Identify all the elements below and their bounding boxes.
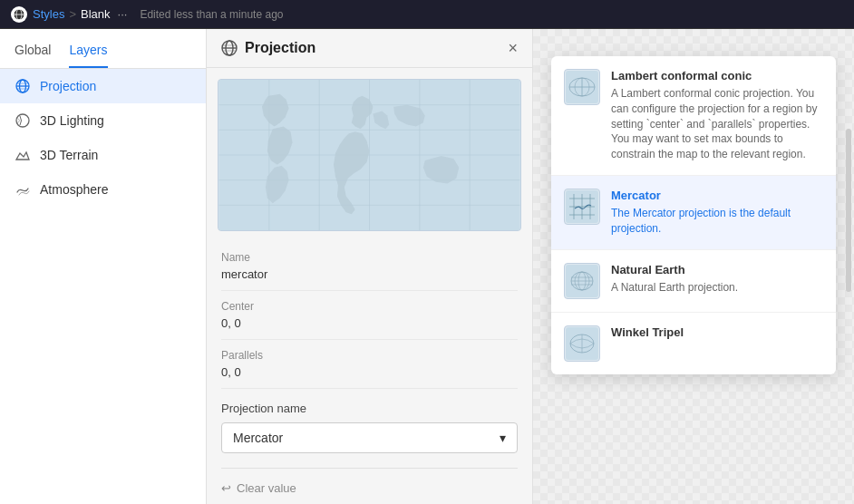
- topbar: Styles > Blank ··· Edited less than a mi…: [0, 0, 854, 29]
- panel-close-button[interactable]: ×: [508, 40, 518, 56]
- terrain-icon: [15, 147, 31, 163]
- projection-item-natural-earth[interactable]: Natural Earth A Natural Earth projection…: [551, 250, 836, 313]
- panel-title: Projection: [245, 40, 315, 56]
- projection-name-section: Projection name Mercator ▾: [207, 389, 532, 464]
- parallels-label: Parallels: [221, 349, 518, 362]
- lambert-title: Lambert conformal conic: [611, 69, 823, 82]
- dropdown-arrow-icon: ▾: [500, 431, 506, 445]
- selected-projection-value: Mercator: [233, 431, 283, 445]
- sidebar-nav: Projection 3D Lighting: [0, 69, 206, 504]
- sidebar-item-3d-lighting[interactable]: 3D Lighting: [0, 103, 206, 138]
- lambert-text: Lambert conformal conic A Lambert confor…: [611, 69, 823, 162]
- map-svg: [218, 80, 520, 230]
- undo-icon: ↩: [221, 481, 231, 495]
- svg-point-6: [16, 114, 29, 127]
- natural-earth-desc: A Natural Earth projection.: [611, 280, 823, 296]
- sidebar-item-projection[interactable]: Projection: [0, 69, 206, 103]
- sidebar-tabs: Global Layers: [0, 29, 206, 69]
- projection-item-lambert[interactable]: Lambert conformal conic A Lambert confor…: [551, 56, 836, 176]
- parallels-value: 0, 0: [221, 365, 518, 379]
- sidebar-item-label-3d-lighting: 3D Lighting: [40, 113, 104, 128]
- winkel-tripel-title: Winkel Tripel: [611, 325, 823, 339]
- natural-earth-text: Natural Earth A Natural Earth projection…: [611, 263, 823, 296]
- mercator-icon: [564, 189, 600, 225]
- center-value: 0, 0: [221, 316, 518, 330]
- tab-global[interactable]: Global: [15, 43, 51, 68]
- parallels-property: Parallels 0, 0: [221, 340, 518, 389]
- sidebar-item-label-projection: Projection: [40, 79, 96, 93]
- natural-earth-icon: [564, 263, 600, 299]
- name-value: mercator: [221, 267, 518, 281]
- right-panel: Lambert conformal conic A Lambert confor…: [533, 29, 854, 504]
- winkel-tripel-icon: [564, 325, 600, 362]
- panel-globe-icon: [221, 40, 238, 56]
- projection-dropdown-list: Lambert conformal conic A Lambert confor…: [551, 56, 836, 374]
- tab-layers[interactable]: Layers: [69, 43, 107, 68]
- mercator-desc: The Mercator projection is the default p…: [611, 206, 823, 237]
- sidebar-item-atmosphere[interactable]: Atmosphere: [0, 172, 206, 207]
- panel-content: Name mercator Center 0, 0 Parallels 0, 0…: [207, 68, 532, 504]
- winkel-tripel-text: Winkel Tripel: [611, 325, 823, 343]
- app-logo: [11, 6, 27, 23]
- natural-earth-title: Natural Earth: [611, 263, 823, 276]
- properties-section: Name mercator Center 0, 0 Parallels 0, 0: [207, 242, 532, 389]
- more-options-button[interactable]: ···: [118, 7, 128, 21]
- mercator-title: Mercator: [611, 189, 823, 202]
- mercator-text: Mercator The Mercator projection is the …: [611, 189, 823, 237]
- atmosphere-icon: [15, 181, 31, 198]
- clear-value-label: Clear value: [237, 481, 296, 495]
- name-property: Name mercator: [221, 242, 518, 291]
- divider: [221, 468, 518, 469]
- breadcrumb: Styles > Blank: [33, 7, 111, 21]
- lambert-desc: A Lambert conformal conic projection. Yo…: [611, 86, 823, 162]
- scrollbar-thumb[interactable]: [846, 129, 851, 292]
- left-sidebar: Global Layers Projection: [0, 29, 207, 504]
- breadcrumb-separator: >: [69, 7, 76, 21]
- projection-item-mercator[interactable]: Mercator The Mercator projection is the …: [551, 176, 836, 250]
- projection-dropdown[interactable]: Mercator ▾: [221, 422, 518, 453]
- name-label: Name: [221, 251, 518, 264]
- sidebar-item-label-3d-terrain: 3D Terrain: [40, 148, 98, 162]
- panel-header-left: Projection: [221, 40, 315, 56]
- scrollbar-track: [846, 56, 851, 419]
- clear-value-button[interactable]: ↩ Clear value: [207, 472, 532, 504]
- projection-item-winkel-tripel[interactable]: Winkel Tripel: [551, 313, 836, 374]
- projection-name-label: Projection name: [221, 402, 518, 415]
- main-layout: Global Layers Projection: [0, 29, 854, 504]
- center-property: Center 0, 0: [221, 291, 518, 340]
- blank-label: Blank: [81, 7, 111, 21]
- sidebar-item-label-atmosphere: Atmosphere: [40, 182, 108, 197]
- lambert-icon: [564, 69, 600, 105]
- center-panel: Projection ×: [207, 29, 533, 504]
- styles-link[interactable]: Styles: [33, 7, 64, 21]
- sidebar-item-3d-terrain[interactable]: 3D Terrain: [0, 138, 206, 172]
- center-label: Center: [221, 300, 518, 313]
- globe-icon: [15, 78, 31, 94]
- edited-timestamp: Edited less than a minute ago: [140, 8, 283, 21]
- lighting-icon: [15, 112, 31, 129]
- panel-header: Projection ×: [207, 29, 532, 68]
- map-preview: [218, 79, 521, 231]
